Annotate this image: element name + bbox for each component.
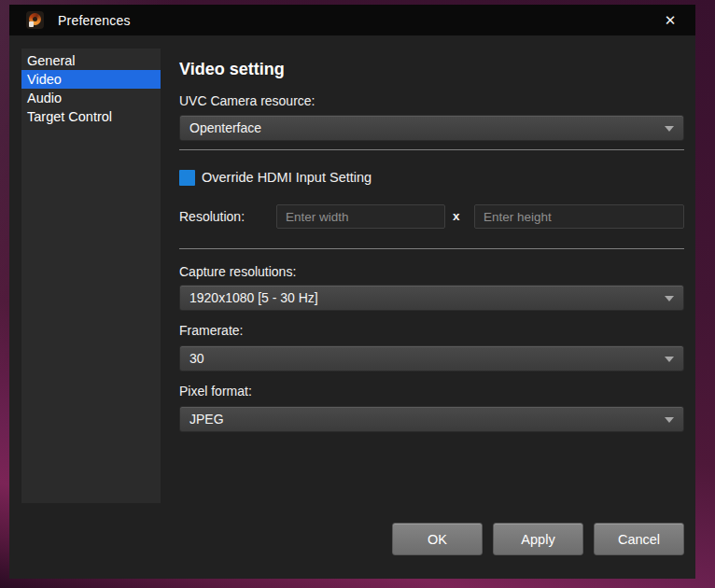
uvc-camera-select[interactable]: Openterface <box>179 115 684 141</box>
sidebar-item-audio[interactable]: Audio <box>21 89 161 107</box>
pixel-format-select[interactable]: JPEG <box>179 406 684 432</box>
chevron-down-icon <box>665 417 674 423</box>
capture-resolutions-label: Capture resolutions: <box>179 264 296 279</box>
pixel-format-value: JPEG <box>189 412 224 427</box>
sidebar-item-target-control[interactable]: Target Control <box>21 107 161 126</box>
pixel-format-label: Pixel format: <box>179 384 252 399</box>
ok-button[interactable]: OK <box>392 523 483 555</box>
framerate-value: 30 <box>189 351 204 366</box>
category-sidebar: General Video Audio Target Control <box>21 49 161 503</box>
framerate-label: Framerate: <box>179 323 243 338</box>
uvc-camera-label: UVC Camera resource: <box>179 93 315 108</box>
chevron-down-icon <box>665 357 674 362</box>
capture-resolutions-select[interactable]: 1920x1080 [5 - 30 Hz] <box>179 285 684 311</box>
resolution-label: Resolution: <box>179 209 245 224</box>
override-hdmi-label[interactable]: Override HDMI Input Setting <box>202 170 372 185</box>
resolution-width-input[interactable] <box>276 204 445 229</box>
capture-resolutions-value: 1920x1080 [5 - 30 Hz] <box>189 290 318 305</box>
resolution-height-input[interactable] <box>474 204 684 229</box>
app-logo-icon <box>26 11 44 29</box>
uvc-camera-value: Openterface <box>189 120 261 135</box>
chevron-down-icon <box>665 296 674 301</box>
apply-button[interactable]: Apply <box>493 523 583 555</box>
divider <box>179 248 684 249</box>
override-hdmi-checkbox[interactable] <box>179 170 195 186</box>
resolution-x-separator: x <box>453 209 460 223</box>
video-settings-panel: Video setting UVC Camera resource: Opent… <box>179 5 684 579</box>
sidebar-item-general[interactable]: General <box>21 51 161 70</box>
page-title: Video setting <box>179 60 285 79</box>
chevron-down-icon <box>665 126 674 132</box>
divider <box>179 149 684 150</box>
framerate-select[interactable]: 30 <box>179 345 684 371</box>
window-title: Preferences <box>58 13 131 28</box>
sidebar-item-video[interactable]: Video <box>21 70 161 89</box>
logo-dot <box>29 21 34 27</box>
cancel-button[interactable]: Cancel <box>594 523 684 555</box>
preferences-dialog: Preferences ✕ General Video Audio Target… <box>9 5 695 579</box>
